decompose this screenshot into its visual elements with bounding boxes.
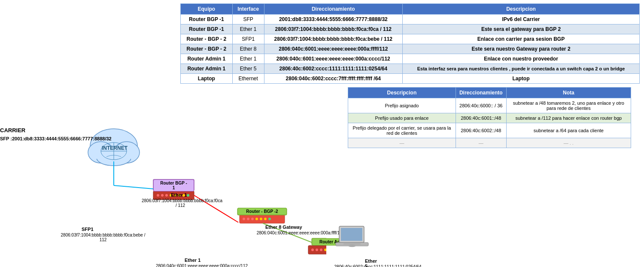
cell-desc: Enlace con nuestro proveedor [403, 54, 640, 64]
info-table-row: Prefijo asignado 2806:40c:6000:: / 36 su… [348, 98, 631, 113]
col-interface: Interface [232, 4, 264, 15]
svg-point-24 [255, 218, 258, 220]
cell-addr: 2806:03f7:1004:bbbb:bbbb:bbbb:f0ca:f0ca … [264, 24, 402, 34]
table-row: Router - BGP - 2 Ether 8 2806:040c:6001:… [181, 44, 640, 54]
cell-desc: Este sera el gateway para BGP 2 [403, 24, 640, 34]
info-cell-desc: Prefijo delegado por el carrier, se usar… [348, 123, 456, 138]
admin1-ether1-label: Ether 1 [185, 258, 200, 263]
info-table: Descripcion Direccionamiento Nota Prefij… [348, 87, 631, 148]
svg-point-11 [157, 194, 159, 197]
svg-rect-46 [343, 243, 361, 245]
svg-point-47 [349, 245, 355, 247]
info-cell-desc: — [348, 138, 456, 148]
router-bgp1-label: Router BGP -1 [153, 179, 194, 191]
info-cell-nota: subnetear a /112 para hacer enlace con r… [506, 113, 631, 123]
info-col-nota: Nota [506, 88, 631, 98]
cell-addr: 2806:03f7:1004:bbbb:bbbb:bbbb:f0ca:bebe … [264, 34, 402, 44]
router-bgp2-label: Router - BGP -2 [237, 208, 287, 215]
admin1-ether1-addr: 2806:040c:6001:eeee:eeee:eeee:000a:cccc/… [150, 264, 253, 267]
cell-addr: 2806:040c:6001:eeee:eeee:eeee:000a:ffff/… [264, 44, 402, 54]
svg-point-25 [260, 218, 262, 220]
cell-desc: Laptop [403, 74, 640, 84]
svg-point-23 [251, 218, 254, 220]
info-cell-desc: Prefijo asignado [348, 98, 456, 113]
col-direccionamiento: Direccionamiento [264, 4, 402, 15]
info-col-descripcion: Descripcion [348, 88, 456, 98]
info-cell-nota: subnetear a /48 tomaremos 2, uno para en… [506, 98, 631, 113]
cell-addr: 2001:db8:3333:4444:5555:6666:7777:8888/3… [264, 15, 402, 24]
internet-label: INTERNET [100, 145, 130, 151]
cell-equipo: Router - BGP - 2 [181, 34, 233, 44]
svg-line-41 [114, 185, 153, 189]
info-cell-addr: 2806:40c:6000:: / 36 [456, 98, 506, 113]
cell-equipo: Router BGP -1 [181, 15, 233, 24]
info-table-row: — — — . . [348, 138, 631, 148]
info-cell-nota: subnetear a /64 para cada cliente [506, 123, 631, 138]
info-col-direccionamiento: Direccionamiento [456, 88, 506, 98]
bgp2-sfp1-label: SFP1 [82, 227, 94, 232]
bgp2-sfp1-addr: 2806:03f7:1004:bbbb:bbbb:bbbb:f0ca:bebe … [60, 233, 146, 242]
cell-desc: Enlace con carrier para sesion BGP [403, 34, 640, 44]
svg-point-22 [247, 218, 249, 220]
table-row: Router - BGP - 2 SFP1 2806:03f7:1004:bbb… [181, 34, 640, 44]
cell-interface: SFP [232, 15, 264, 24]
table-row: Router BGP -1 SFP 2001:db8:3333:4444:555… [181, 15, 640, 24]
admin1-ether5-addr: 2806:40c:6002:cccc:1111:1111:1111:0254/6… [326, 264, 429, 267]
svg-point-26 [264, 218, 267, 220]
cell-equipo: Router BGP -1 [181, 24, 233, 34]
bgp1-ether1-label: Ether 1 [171, 192, 187, 197]
carrier-label: CARRIER SFP :2001:db8:3333:4444:5555:666… [0, 126, 112, 143]
info-cell-nota: — . . [506, 138, 631, 148]
cell-interface: SFP1 [232, 34, 264, 44]
svg-rect-31 [308, 246, 326, 254]
cell-desc: IPv6 del Carrier [403, 15, 640, 24]
svg-point-12 [161, 194, 164, 197]
cell-interface: Ether 8 [232, 44, 264, 54]
bgp2-ether8-label: Ether 8 Gateway [265, 225, 302, 230]
table-row: Router BGP -1 Ether 1 2806:03f7:1004:bbb… [181, 24, 640, 34]
info-cell-addr: 2806:40c:6001::/48 [456, 113, 506, 123]
info-cell-addr: 2806:40c:6002::/48 [456, 123, 506, 138]
svg-point-18 [187, 194, 189, 197]
svg-point-33 [316, 249, 318, 251]
cell-desc: Esta interfaz sera para nuestros cliente… [403, 64, 640, 74]
svg-point-32 [311, 249, 314, 251]
info-cell-addr: — [456, 138, 506, 148]
svg-rect-43 [341, 228, 362, 241]
laptop-icon [335, 225, 369, 253]
svg-point-13 [165, 194, 168, 197]
svg-point-21 [243, 218, 245, 220]
cell-equipo: Router - BGP - 2 [181, 44, 233, 54]
svg-point-35 [324, 249, 326, 251]
svg-point-3 [97, 150, 131, 166]
bgp2-ether8-addr: 2806:040c:6001:eeee:eeee:eeee:000a:ffff/… [253, 231, 348, 235]
diagram-svg [0, 60, 326, 266]
svg-rect-20 [240, 215, 285, 223]
info-cell-desc: Prefijo usado para enlace [348, 113, 456, 123]
col-equipo: Equipo [181, 4, 233, 15]
info-table-row: Prefijo delegado por el carrier, se usar… [348, 123, 631, 138]
col-descripcion: Descripcion [403, 4, 640, 15]
svg-point-34 [320, 249, 322, 251]
bgp1-ether1-addr: 2806:03f7:1004:bbbb:bbbb:bbbb:f0ca:f0ca … [142, 198, 219, 208]
info-table-row: Prefijo usado para enlace 2806:40c:6001:… [348, 113, 631, 123]
cell-interface: Ether 1 [232, 24, 264, 34]
network-diagram: CARRIER SFP :2001:db8:3333:4444:5555:666… [0, 60, 326, 266]
cell-desc: Este sera nuestro Gateway para router 2 [403, 44, 640, 54]
svg-point-27 [268, 218, 271, 220]
